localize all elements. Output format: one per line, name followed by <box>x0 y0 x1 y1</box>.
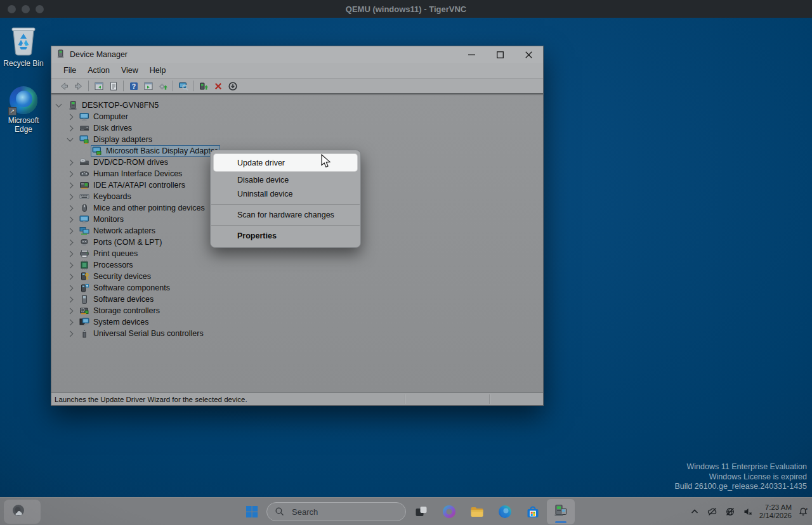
taskbar-task-view-button[interactable] <box>414 504 429 519</box>
menu-help[interactable]: Help <box>144 64 172 77</box>
chevron-right-icon[interactable] <box>67 296 74 302</box>
tree-item-storage-controllers[interactable]: Storage controllers <box>51 305 543 316</box>
update-device-button[interactable] <box>196 80 211 93</box>
taskbar-file-explorer-button[interactable] <box>469 504 485 519</box>
context-menu-item-scan-for-hardware-changes[interactable]: Scan for hardware changes <box>214 208 357 222</box>
chevron-right-icon[interactable] <box>67 205 74 211</box>
tree-item-content[interactable]: Computer <box>78 111 131 122</box>
context-menu-item-disable-device[interactable]: Disable device <box>214 173 357 187</box>
tree-item-content[interactable]: DESKTOP-GVN8FN5 <box>67 100 161 111</box>
close-button[interactable] <box>514 46 543 63</box>
chevron-right-icon[interactable] <box>67 193 74 200</box>
chevron-right-icon[interactable] <box>67 308 74 314</box>
tree-item-content[interactable]: Software components <box>78 282 173 294</box>
desktop-icon-microsoft-edge[interactable]: ↗ Microsoft Edge <box>0 86 47 134</box>
chevron-down-icon[interactable] <box>67 136 74 142</box>
tree-item-content[interactable]: IDE ATA/ATAPI controllers <box>78 179 188 191</box>
taskbar-edge-button[interactable] <box>497 504 513 519</box>
tree-item-display-adapters[interactable]: Display adapters <box>51 134 543 145</box>
tree-item-processors[interactable]: Processors <box>51 259 543 271</box>
chevron-right-icon[interactable] <box>67 239 74 245</box>
taskbar-clock[interactable]: 7:23 AM 2/14/2026 <box>759 503 792 521</box>
display-adapter-icon <box>92 146 103 156</box>
tree-item-content[interactable]: DVD/CD-ROM drives <box>78 157 171 168</box>
tree-item-content[interactable]: Disk drives <box>78 122 134 134</box>
onedrive-off-icon[interactable] <box>707 507 717 517</box>
scan-monitor-button[interactable] <box>176 80 190 93</box>
menu-view[interactable]: View <box>115 64 144 77</box>
window-titlebar[interactable]: Device Manager <box>51 46 543 63</box>
desktop-icon-recycle-bin[interactable]: Recycle Bin <box>0 23 47 68</box>
tree-item-content[interactable]: Security devices <box>78 271 154 282</box>
console-tree-button[interactable] <box>91 80 106 93</box>
help-button[interactable]: ? <box>126 80 141 93</box>
tree-item-content[interactable]: Display adapters <box>78 134 155 145</box>
tree-item-desktop-gvn8fn5[interactable]: DESKTOP-GVN8FN5 <box>51 100 543 111</box>
chevron-right-icon[interactable] <box>67 319 74 325</box>
properties-doc-button[interactable] <box>106 80 121 93</box>
taskbar-store-button[interactable] <box>525 504 540 519</box>
disk-icon <box>79 123 90 133</box>
tree-item-content[interactable]: Processors <box>78 259 136 271</box>
chevron-right-icon[interactable] <box>67 159 74 165</box>
context-menu-item-properties[interactable]: Properties <box>214 229 357 243</box>
tree-item-content[interactable]: Universal Serial Bus controllers <box>78 328 206 339</box>
tree-item-system-devices[interactable]: System devices <box>51 316 543 328</box>
chevron-right-icon[interactable] <box>67 330 74 337</box>
tree-item-security-devices[interactable]: Security devices <box>51 271 543 282</box>
tree-item-content[interactable]: Monitors <box>78 214 126 225</box>
tree-item-content[interactable]: Mice and other pointing devices <box>78 202 207 214</box>
notification-bell-icon[interactable]: z <box>798 507 808 517</box>
show-window-button[interactable] <box>141 80 155 93</box>
minimize-button[interactable] <box>457 46 486 63</box>
tree-item-disk-drives[interactable]: Disk drives <box>51 122 543 134</box>
tree-item-content[interactable]: Keyboards <box>78 191 134 202</box>
context-menu-item-uninstall-device[interactable]: Uninstall device <box>214 187 357 201</box>
taskbar-device-manager-button[interactable] <box>547 499 575 524</box>
widgets-button[interactable] <box>4 500 41 524</box>
taskbar-office-button[interactable] <box>442 504 457 519</box>
chevron-right-icon[interactable] <box>67 262 74 268</box>
zoom-traffic-light[interactable] <box>36 5 44 13</box>
chevron-right-icon[interactable] <box>67 171 74 177</box>
close-traffic-light[interactable] <box>8 5 16 13</box>
tree-item-universal-serial-bus-controllers[interactable]: Universal Serial Bus controllers <box>51 328 543 339</box>
chevron-right-icon[interactable] <box>67 216 74 223</box>
disable-circle-button[interactable] <box>225 80 240 93</box>
tree-item-content[interactable]: Storage controllers <box>78 305 162 316</box>
uninstall-x-button[interactable] <box>211 80 225 93</box>
tree-item-computer[interactable]: Computer <box>51 111 543 122</box>
chevron-down-icon[interactable] <box>56 101 62 108</box>
tree-item-content[interactable]: Microsoft Basic Display Adapter <box>91 145 220 157</box>
network-off-icon[interactable] <box>725 507 735 517</box>
tree-item-content[interactable]: Human Interface Devices <box>78 168 185 179</box>
taskbar-search[interactable]: Search <box>266 502 406 521</box>
chevron-right-icon[interactable] <box>67 228 74 234</box>
chevron-right-icon[interactable] <box>67 273 74 280</box>
tree-item-content[interactable]: Network adapters <box>78 225 158 237</box>
shortcut-arrow-icon: ↗ <box>8 107 16 115</box>
chevron-right-icon[interactable] <box>67 182 74 188</box>
maximize-button[interactable] <box>486 46 514 63</box>
chevron-right-icon[interactable] <box>67 285 74 291</box>
menu-file[interactable]: File <box>58 64 82 77</box>
update-gear-button[interactable] <box>155 80 170 93</box>
tree-item-content[interactable]: System devices <box>78 316 152 328</box>
tree-item-software-devices[interactable]: Software devices <box>51 294 543 305</box>
start-button[interactable] <box>244 504 259 519</box>
chevron-up-icon[interactable] <box>690 507 700 517</box>
forward-arrow-button[interactable] <box>71 80 86 93</box>
chevron-right-icon[interactable] <box>67 113 74 120</box>
tree-item-print-queues[interactable]: Print queues <box>51 248 543 259</box>
chevron-right-icon[interactable] <box>67 125 74 131</box>
context-menu-item-update-driver[interactable]: Update driver <box>214 154 357 171</box>
minimize-traffic-light[interactable] <box>22 5 30 13</box>
volume-mute-icon[interactable] <box>743 507 753 517</box>
menu-action[interactable]: Action <box>82 64 115 77</box>
tree-item-content[interactable]: Software devices <box>78 294 156 305</box>
back-arrow-button[interactable] <box>56 80 71 93</box>
chevron-right-icon[interactable] <box>67 250 74 257</box>
tree-item-content[interactable]: Print queues <box>78 248 140 259</box>
tree-item-content[interactable]: Ports (COM & LPT) <box>78 237 164 248</box>
tree-item-software-components[interactable]: Software components <box>51 282 543 294</box>
